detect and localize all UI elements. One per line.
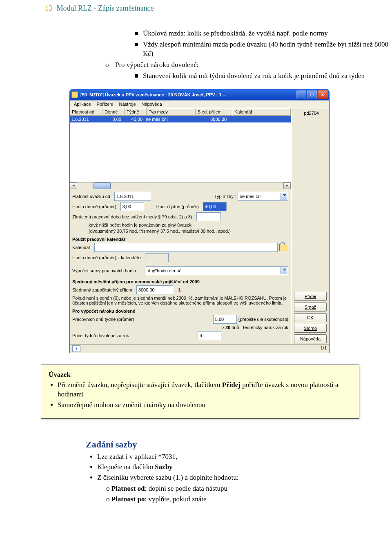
notebox-bullet: Samozřejmě mohou se změnit i nároky na d… (58, 400, 352, 410)
list-item: Z číselníku vyberete sazbu (1.) a doplní… (97, 473, 392, 504)
ok-button[interactable]: OK (294, 313, 327, 322)
smaz-button[interactable]: Smaž (294, 303, 327, 312)
scroll-right-icon[interactable]: ► (283, 182, 291, 189)
label-sjednany: Sjednaný započitatelný příjem : (72, 287, 135, 292)
storno-button[interactable]: Storno (294, 324, 327, 333)
label-narok: > 20 dnů - teoretický nárok za rok (221, 325, 288, 330)
red-marker-1: 1. (178, 287, 182, 292)
input-zkracena[interactable] (196, 212, 221, 221)
sub-item: Platnost od: doplní se podle data nástup… (106, 484, 392, 494)
horizontal-scrollbar[interactable]: ◄ ► (70, 182, 291, 189)
bullet-icon (135, 43, 138, 46)
notebox-bullet: Při změně úvazku, nepřepisujte stávající… (58, 380, 352, 399)
input-hodin-tydne[interactable]: 40,00 (203, 202, 227, 211)
col-denne[interactable]: Denně (102, 108, 125, 116)
bullet-text: Úkolová mzda: kolik se předpokládá, že v… (143, 29, 328, 38)
label-typ-mzdy: Typ mzdy : (214, 194, 236, 199)
menu-aplikace[interactable]: Aplikace (74, 102, 91, 107)
col-sjed-prijem[interactable]: Sjed. příjem (196, 108, 232, 116)
input-pracdnu[interactable]: 5,00 (213, 315, 237, 324)
left-panel: Platnost od Denně Týdně Typ mzdy Sjed. p… (70, 108, 291, 344)
input-sjednany[interactable]: 8000,00 (136, 285, 173, 294)
intro-bullets: Úkolová mzda: kolik se předpokládá, že v… (135, 29, 392, 81)
status-page: 1/1 (321, 345, 327, 352)
menu-nastroje[interactable]: Nástroje (119, 102, 136, 107)
input-pocet-tydnu[interactable]: 4 (198, 331, 221, 340)
col-platnost-od[interactable]: Platnost od (70, 108, 102, 116)
label-kalendar: Kalendář : (72, 245, 93, 250)
chevron-down-icon (283, 269, 286, 271)
bullet-text: Stanovení kolik má mít týdnů dovolené za… (143, 71, 365, 81)
cell-denne: 8,00 (102, 116, 123, 122)
page-number: 13 (41, 4, 52, 13)
app-icon (71, 91, 78, 98)
label-pracdnu: Pracovních dnů týdně (průměr) : (72, 317, 137, 322)
bullet-icon (135, 32, 138, 35)
circle-marker: o (105, 60, 111, 70)
maximize-button[interactable]: □ (307, 90, 317, 99)
pridej-button[interactable]: Přidej (294, 292, 327, 301)
cell-kalendar (228, 116, 291, 122)
heading-zadani-sazby: Zadání sazby (86, 439, 392, 450)
bullet-text: Vždy alespoň minimální mzda podle úvazku… (143, 40, 392, 59)
section-sjednany: Sjednaný měsíční příjem pro nemocenské p… (72, 279, 288, 284)
notebox-title: Úvazek (49, 371, 352, 379)
folder-open-icon[interactable] (279, 244, 288, 251)
page-title: Modul RLZ - Zápis zaměstnance (57, 4, 154, 12)
menu-porizeni[interactable]: Pořízení (97, 102, 114, 107)
statusbar: i 1/1 (70, 344, 329, 353)
label-hodin-denne: Hodin denně (průměr) : (72, 204, 119, 209)
grid-row[interactable]: 1.6.2011 8,00 40,00 ne měsíční 8000,00 (70, 116, 291, 122)
section-kalendar: Použít pracovní kalendář (72, 237, 288, 242)
titlebar[interactable]: [59_MZDY] Úvazek u PPV zaměstnance : 20 … (70, 89, 329, 100)
napoveda-button[interactable]: Nápověda (294, 334, 327, 343)
cell-platnost-od: 1.6.2011 (70, 116, 102, 122)
cell-typ: ne měsíční (144, 116, 192, 122)
input-platnost-od[interactable]: 1.6.2011 (114, 192, 151, 201)
label-hodin-tydne: Hodin týdně (průměr) : (156, 204, 201, 209)
label-hodin-z-kalendare: Hodin denně (průměr) z kalendáře : (72, 255, 143, 260)
note-zkracena-1: když nižší počet hodin je považován za p… (89, 222, 288, 228)
section-zadani-sazby: Zadání sazby Lze zadat i v aplikaci *703… (86, 439, 392, 505)
right-info-code: pd2704 (291, 108, 321, 116)
uvazek-dialog: [59_MZDY] Úvazek u PPV zaměstnance : 20 … (69, 89, 330, 353)
combo-vypocet[interactable]: dny*hodin denně (146, 266, 288, 275)
label-platnost-od: Platnost úvazku od : (72, 194, 113, 199)
input-hodin-denne[interactable]: 8,00 (120, 202, 144, 211)
form-area: Platnost úvazku od : 1.6.2011 Typ mzdy :… (70, 189, 291, 344)
scroll-left-icon[interactable]: ◄ (70, 182, 77, 189)
input-hodin-z-kalendare (145, 253, 169, 262)
label-vypocet: Výpočet sumy pracovních hodin : (72, 268, 138, 273)
section-dovolena: Pro výpočet nároku dovolené (72, 309, 288, 314)
info-icon[interactable]: i (72, 345, 80, 352)
label-pocet-tydnu: Počet týdnů dovolené za rok : (72, 333, 131, 338)
col-tydne[interactable]: Týdně (125, 108, 147, 116)
uvazek-note-box: Úvazek Při změně úvazku, nepřepisujte st… (41, 365, 359, 419)
page-header: 13 Modul RLZ - Zápis zaměstnance (0, 0, 392, 13)
col-typ-mzdy[interactable]: Typ mzdy (147, 108, 196, 116)
col-kalendar[interactable]: Kalendář (232, 108, 291, 116)
cell-tydne: 40,00 (123, 116, 144, 122)
note-zkracena-2: (dvousměnný 38,75 hod. třísměnný 37,5 ho… (89, 229, 288, 234)
hint-pracdnu: (přepište dle skutečnosti) (238, 317, 288, 322)
note-sjednany: Pokud není sjednán (0), nebo je sjednán … (72, 296, 288, 305)
menubar: Aplikace Pořízení Nástroje Nápověda (70, 100, 329, 108)
chevron-down-icon (283, 194, 286, 196)
list-item: Klepněte na tlačítko Sazby (97, 463, 392, 472)
close-button[interactable]: × (318, 90, 327, 99)
list-item: Lze zadat i v aplikaci *7031, (97, 452, 392, 462)
grid-header: Platnost od Denně Týdně Typ mzdy Sjed. p… (70, 108, 291, 116)
window-title: [59_MZDY] Úvazek u PPV zaměstnance : 20 … (80, 92, 296, 97)
cell-sjed: 8000,00 (192, 116, 228, 122)
minimize-button[interactable]: _ (296, 90, 306, 99)
bullet-icon (135, 74, 138, 78)
sub-item: Platnost po: vyplňte, pokud znáte (106, 495, 392, 504)
scroll-thumb[interactable] (94, 182, 111, 189)
circ-label: Pro výpočet nároku dovolené: (115, 60, 198, 70)
combo-typ-mzdy[interactable]: ne měsíční (238, 192, 288, 201)
menu-napoveda[interactable]: Nápověda (142, 102, 162, 107)
grid-body[interactable]: 1.6.2011 8,00 40,00 ne měsíční 8000,00 (70, 116, 291, 182)
input-kalendar[interactable] (94, 243, 278, 252)
right-button-panel: Přidej Smaž OK Storno Nápověda (291, 116, 329, 344)
label-zkracena: Zkrácená pracovní doba bez snížení mzdy … (72, 214, 195, 219)
